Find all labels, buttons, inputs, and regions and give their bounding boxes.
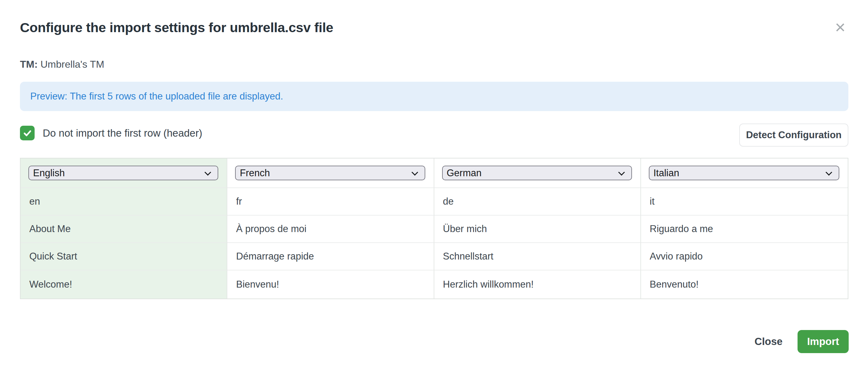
table-cell: Herzlich willkommen!	[434, 270, 641, 298]
column-header-cell: Italian	[641, 159, 848, 188]
tm-value: Umbrella's TM	[40, 59, 104, 70]
table-cell: Über mich	[434, 215, 641, 243]
preview-info-text: Preview: The first 5 rows of the uploade…	[30, 91, 283, 102]
language-select-column-2[interactable]: French	[235, 166, 425, 180]
checkmark-icon	[23, 128, 32, 138]
skip-header-checkbox-label: Do not import the first row (header)	[43, 127, 203, 139]
table-cell: À propos de moi	[227, 215, 434, 243]
language-select-column-4[interactable]: Italian	[649, 166, 839, 180]
table-cell: Démarrage rapide	[227, 243, 434, 270]
table-cell: About Me	[21, 215, 227, 243]
table-cell: Schnellstart	[434, 243, 641, 270]
column-header-cell: French	[227, 159, 434, 188]
table-cell: Bienvenu!	[227, 270, 434, 298]
preview-info-banner: Preview: The first 5 rows of the uploade…	[20, 82, 848, 111]
table-cell: Benvenuto!	[641, 270, 848, 298]
table-cell: Quick Start	[21, 243, 227, 270]
table-cell: Welcome!	[21, 270, 227, 298]
language-select-column-1[interactable]: English	[28, 166, 218, 180]
header-option-row: Do not import the first row (header)	[20, 126, 203, 140]
skip-header-checkbox[interactable]	[20, 126, 35, 140]
table-cell: fr	[227, 188, 434, 215]
table-cell: Riguardo a me	[641, 215, 848, 243]
table-cell: Avvio rapido	[641, 243, 848, 270]
import-button[interactable]: Import	[798, 330, 849, 353]
table-cell: de	[434, 188, 641, 215]
language-select-column-3[interactable]: German	[442, 166, 632, 180]
csv-preview-table: English French German Italian en fr	[20, 158, 848, 299]
tm-label: TM:	[20, 59, 38, 70]
column-header-cell: English	[21, 159, 227, 188]
detect-configuration-button[interactable]: Detect Configuration	[739, 123, 848, 147]
column-header-cell: German	[434, 159, 641, 188]
table-cell: it	[641, 188, 848, 215]
close-button[interactable]: Close	[748, 330, 789, 352]
tm-info: TM: Umbrella's TM	[20, 59, 104, 70]
table-cell: en	[21, 188, 227, 215]
dialog-title: Configure the import settings for umbrel…	[20, 20, 333, 35]
close-icon[interactable]: ×	[829, 16, 851, 38]
